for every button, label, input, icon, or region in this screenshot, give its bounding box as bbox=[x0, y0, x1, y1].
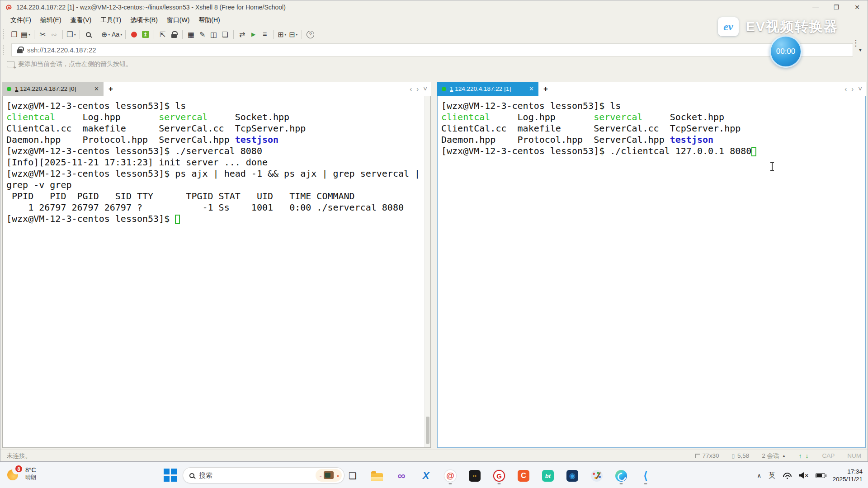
reconnect-button[interactable]: ∾ bbox=[48, 28, 60, 40]
scroll-up-icon[interactable]: ↑ bbox=[798, 452, 802, 460]
taskbar-app-file-explorer[interactable] bbox=[371, 466, 383, 486]
taskbar-app-xshell[interactable]: X bbox=[420, 466, 432, 486]
tab-scroll-left-icon[interactable]: ‹ bbox=[844, 85, 847, 93]
compose-bar-button[interactable]: ✎ bbox=[197, 28, 208, 40]
input-language-indicator[interactable]: 英 bbox=[769, 471, 775, 480]
dropdown-arrow-icon[interactable]: ▾ bbox=[120, 33, 122, 37]
terminal-line: [wzx@VM-12-3-centos lesson53]$ ls bbox=[441, 100, 864, 112]
fullscreen-button[interactable]: ⇱ bbox=[157, 28, 168, 40]
taskbar-app-ev-capture[interactable]: ◉ bbox=[566, 466, 579, 486]
ev-recording-timer[interactable]: 00:00 bbox=[769, 35, 802, 68]
taskbar-app-paint-board[interactable] bbox=[590, 466, 603, 486]
gitee-icon: G bbox=[493, 470, 505, 482]
layout-button[interactable]: ⊟▾ bbox=[288, 28, 299, 40]
new-tab-button[interactable]: + bbox=[538, 82, 553, 96]
open-sessions-button[interactable]: ▤▾ bbox=[20, 28, 31, 40]
edge-browser-icon bbox=[615, 470, 627, 482]
session-count[interactable]: 2 会话▲ bbox=[762, 452, 786, 460]
taskbar-search[interactable]: 搜索 bbox=[183, 467, 344, 483]
taskbar-clock[interactable]: 17:34 2025/11/21 bbox=[832, 468, 863, 483]
volume-muted-icon[interactable]: ✕ bbox=[799, 472, 808, 479]
new-tab-button[interactable]: + bbox=[104, 82, 118, 96]
taskbar: 8 8°C 晴朗 搜索 ❏∞X@‹›GCbt◉⟨ ∧ 英 ✕ 17:34 202… bbox=[0, 462, 868, 488]
address-dropdown-icon[interactable]: ▼ bbox=[856, 47, 865, 52]
weather-widget[interactable]: 8 8°C 晴朗 bbox=[7, 466, 36, 481]
menu-tabs[interactable]: 选项卡(B) bbox=[126, 14, 162, 26]
right-terminal[interactable]: [wzx@VM-12-3-centos lesson53]$ lsclientc… bbox=[437, 96, 866, 448]
running-indicator bbox=[498, 483, 501, 484]
tab-list-icon[interactable]: ˅ bbox=[858, 85, 862, 93]
new-split-button[interactable]: ⊞▾ bbox=[276, 28, 288, 40]
tab-close-icon[interactable]: ✕ bbox=[529, 85, 534, 92]
close-button[interactable]: ✕ bbox=[847, 0, 868, 14]
lock-screen-button[interactable] bbox=[168, 28, 179, 40]
taskbar-app-gitee[interactable]: G bbox=[493, 466, 505, 486]
tab-scroll-right-icon[interactable]: › bbox=[851, 85, 854, 93]
toolbar-drag-handle[interactable] bbox=[3, 29, 6, 39]
session-log-button[interactable]: ≡ bbox=[259, 28, 270, 40]
screen-capture-button[interactable]: ↥ bbox=[140, 28, 151, 40]
session-hint-bar: 要添加当前会话，点击左侧的箭头按钮。 bbox=[0, 57, 868, 71]
run-script-button[interactable]: ▶ bbox=[248, 28, 259, 40]
taskbar-app-task-view[interactable]: ❏ bbox=[346, 466, 359, 486]
popup-window-button[interactable]: ◫ bbox=[208, 28, 219, 40]
dropdown-arrow-icon[interactable]: ▾ bbox=[296, 33, 297, 37]
restore-button[interactable]: ❐ bbox=[826, 0, 847, 14]
tab-list-icon[interactable]: ˅ bbox=[423, 85, 427, 93]
tray-overflow-chevron-icon[interactable]: ∧ bbox=[757, 472, 762, 479]
toolbar-separator bbox=[273, 30, 274, 39]
menu-file[interactable]: 文件(F) bbox=[6, 14, 36, 26]
left-terminal-scrollbar[interactable] bbox=[425, 96, 430, 447]
minimize-button[interactable]: — bbox=[805, 0, 826, 14]
terminal-line: [wzx@VM-12-3-centos lesson53]$ ps ajx | … bbox=[6, 168, 429, 179]
running-indicator bbox=[620, 483, 623, 484]
tab-scroll-right-icon[interactable]: › bbox=[416, 85, 419, 93]
left-session-tab[interactable]: 1 124.220.4.187:22 [0] ✕ bbox=[2, 82, 104, 96]
new-session-button[interactable]: ❐ bbox=[9, 28, 20, 40]
ev-menu-dots-icon[interactable]: ⋮ bbox=[852, 38, 860, 48]
right-session-tab[interactable]: 1 124.220.4.187:22 [1] ✕ bbox=[437, 82, 538, 96]
addressbar-drag-handle[interactable] bbox=[3, 45, 6, 55]
taskbar-app-visual-studio[interactable]: ∞ bbox=[395, 466, 408, 486]
scroll-down-icon[interactable]: ↓ bbox=[805, 452, 809, 460]
popup-back-button[interactable]: ❏ bbox=[219, 28, 231, 40]
taskbar-app-baota-bt[interactable]: bt bbox=[542, 466, 554, 486]
record-video-button[interactable] bbox=[128, 28, 140, 40]
left-terminal[interactable]: [wzx@VM-12-3-centos lesson53]$ lsclientc… bbox=[2, 96, 431, 448]
menu-help[interactable]: 帮助(H) bbox=[194, 14, 224, 26]
battery-icon[interactable] bbox=[816, 473, 825, 478]
menu-window[interactable]: 窗口(W) bbox=[162, 14, 194, 26]
dropdown-arrow-icon[interactable]: ▾ bbox=[108, 33, 110, 37]
taskbar-app-xshell-snail[interactable]: @ bbox=[444, 466, 457, 486]
menu-tools[interactable]: 工具(T) bbox=[96, 14, 126, 26]
tab-scroll-left-icon[interactable]: ‹ bbox=[410, 85, 412, 93]
taskbar-app-c-app[interactable]: C bbox=[517, 466, 530, 486]
virtual-keypad-button[interactable]: ▦ bbox=[185, 28, 197, 40]
taskbar-app-dev-tool[interactable]: ‹› bbox=[468, 466, 481, 486]
address-bar[interactable]: ssh://124.220.4.187:22 bbox=[11, 43, 853, 56]
menu-edit[interactable]: 编辑(E) bbox=[36, 14, 66, 26]
session-url: ssh://124.220.4.187:22 bbox=[27, 46, 96, 54]
disconnect-button[interactable]: ✂ bbox=[37, 28, 48, 40]
search-doodle-image[interactable] bbox=[316, 469, 342, 482]
dropdown-arrow-icon[interactable]: ▾ bbox=[28, 33, 30, 37]
taskbar-app-edge-browser[interactable] bbox=[615, 466, 627, 486]
record-icon bbox=[131, 32, 137, 38]
weather-badge: 8 bbox=[15, 465, 23, 473]
help-button[interactable]: ? bbox=[305, 28, 316, 40]
encoding-button[interactable]: ⊕▾ bbox=[100, 28, 111, 40]
file-transfer-button[interactable]: ⇄ bbox=[236, 28, 248, 40]
find-button[interactable] bbox=[83, 28, 94, 40]
tray-time: 17:34 bbox=[847, 468, 863, 475]
duplicate-session-button[interactable]: ❒▾ bbox=[66, 28, 77, 40]
start-button[interactable] bbox=[164, 469, 177, 482]
weather-temperature: 8°C bbox=[25, 466, 36, 474]
wifi-icon[interactable] bbox=[783, 472, 792, 479]
dropdown-arrow-icon[interactable]: ▾ bbox=[284, 33, 286, 37]
font-button[interactable]: Aa▾ bbox=[111, 28, 123, 40]
tab-close-icon[interactable]: ✕ bbox=[94, 85, 99, 92]
menu-view[interactable]: 查看(V) bbox=[66, 14, 96, 26]
taskbar-app-vscode[interactable]: ⟨ bbox=[639, 466, 652, 486]
dropdown-arrow-icon[interactable]: ▾ bbox=[74, 33, 76, 37]
scrollbar-thumb[interactable] bbox=[426, 417, 429, 444]
